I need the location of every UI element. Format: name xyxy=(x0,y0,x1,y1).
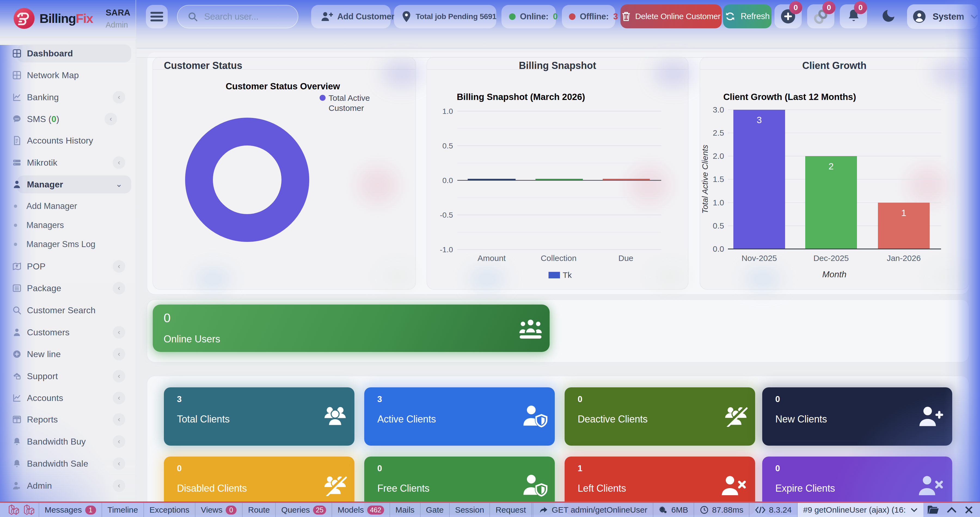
svg-text:Client Growth (Last 12 Months): Client Growth (Last 12 Months) xyxy=(723,92,856,102)
svg-text:Customer Status Overview: Customer Status Overview xyxy=(226,81,340,91)
svg-text:1.5: 1.5 xyxy=(713,175,724,184)
svg-text:3.0: 3.0 xyxy=(713,105,724,114)
svg-text:-0.5: -0.5 xyxy=(440,211,453,219)
svg-text:2.0: 2.0 xyxy=(713,152,724,160)
svg-text:0.5: 0.5 xyxy=(442,142,453,150)
svg-text:-1.0: -1.0 xyxy=(440,246,453,254)
svg-text:3: 3 xyxy=(757,115,762,125)
svg-text:0.0: 0.0 xyxy=(713,244,724,253)
svg-text:Total Active Clients: Total Active Clients xyxy=(700,145,710,214)
svg-text:Amount: Amount xyxy=(477,254,506,263)
svg-text:Dec-2025: Dec-2025 xyxy=(813,254,849,263)
svg-text:Due: Due xyxy=(618,254,633,263)
svg-text:1.0: 1.0 xyxy=(442,107,453,115)
svg-text:Jan-2026: Jan-2026 xyxy=(887,254,921,263)
svg-text:SMS: SMS xyxy=(14,118,19,120)
svg-text:Total Active: Total Active xyxy=(329,93,370,102)
svg-text:2: 2 xyxy=(829,161,834,171)
svg-text:Nov-2025: Nov-2025 xyxy=(741,254,777,263)
svg-text:0.5: 0.5 xyxy=(713,221,724,230)
svg-text:Collection: Collection xyxy=(541,254,577,263)
svg-text:Month: Month xyxy=(822,270,846,279)
svg-text:2.5: 2.5 xyxy=(713,128,724,137)
svg-text:Tk: Tk xyxy=(563,270,572,279)
svg-text:1.0: 1.0 xyxy=(713,198,724,207)
svg-text:Billing Snapshot (March 2026): Billing Snapshot (March 2026) xyxy=(457,92,585,102)
svg-text:0.0: 0.0 xyxy=(442,176,453,185)
svg-text:1: 1 xyxy=(901,207,907,218)
svg-text:Customer: Customer xyxy=(329,104,364,112)
